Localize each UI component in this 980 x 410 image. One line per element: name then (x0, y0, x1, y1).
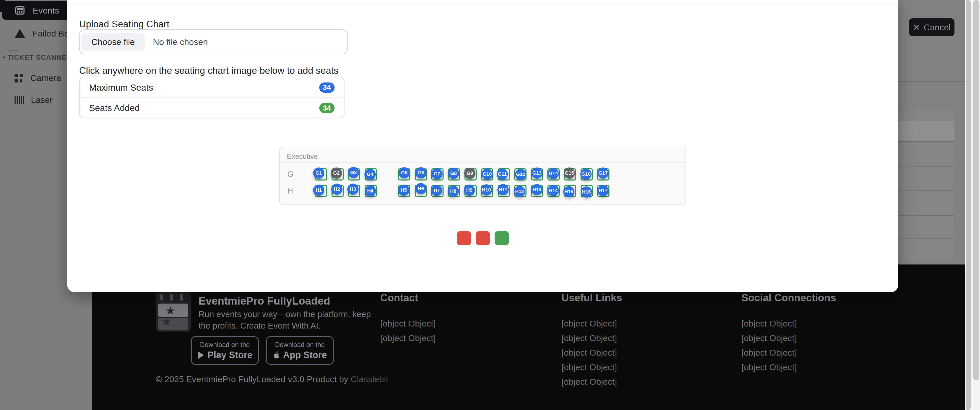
seat[interactable]: G12 (514, 168, 527, 180)
seat-marker[interactable]: H1 (313, 185, 325, 196)
seat-marker[interactable]: H17 (597, 185, 609, 196)
seat[interactable]: H7 (431, 185, 444, 197)
seat[interactable]: G7 (431, 168, 444, 180)
seat[interactable]: H16 (581, 185, 593, 197)
seat[interactable]: G5 (398, 168, 410, 180)
barcode-icon (14, 96, 24, 104)
seat-label: H11 (499, 187, 508, 193)
store-button[interactable]: Download on the App Store (266, 336, 334, 365)
seating-chart-file-input[interactable]: Choose file No file chosen (79, 29, 348, 54)
seat-marker[interactable]: H9 (464, 185, 475, 196)
seat-marker[interactable]: H4 (365, 185, 376, 196)
seat[interactable]: G1 (315, 168, 327, 180)
seat-label: H3 (350, 187, 356, 192)
seat-label: H13 (533, 187, 542, 193)
seat[interactable]: G10 (481, 168, 493, 180)
page-scrollbar[interactable] (972, 0, 980, 410)
seat-marker[interactable]: G11 (496, 169, 508, 180)
seat-marker[interactable]: G16 (580, 169, 592, 180)
page-scrollbar-thumb[interactable] (974, 0, 979, 380)
seat-marker[interactable]: G9 (464, 168, 476, 179)
seat[interactable]: G9 (465, 168, 477, 180)
seat[interactable]: G8 (448, 168, 460, 180)
seat[interactable]: G3 (348, 168, 360, 180)
seat-marker[interactable]: H10 (481, 184, 492, 196)
seat-marker[interactable]: H13 (531, 184, 542, 195)
action-button[interactable] (457, 231, 471, 245)
seat[interactable]: H11 (498, 185, 510, 197)
footer-link[interactable]: [object Object] (562, 348, 725, 357)
seat-marker[interactable]: H15 (563, 186, 574, 197)
seat-marker[interactable]: H6 (415, 183, 426, 194)
seat[interactable]: G11 (498, 168, 510, 180)
seat[interactable]: H3 (348, 185, 360, 197)
seat-label: G13 (532, 170, 542, 176)
seat-marker[interactable]: G3 (348, 167, 359, 178)
seat[interactable]: G4 (365, 168, 377, 180)
seat[interactable]: H6 (415, 185, 427, 197)
seat-marker[interactable]: G17 (597, 168, 609, 179)
footer-link[interactable]: [object Object] (741, 334, 905, 342)
seat-marker[interactable]: G13 (531, 168, 542, 179)
seat-marker[interactable]: H16 (581, 187, 592, 198)
seat[interactable]: H12 (514, 185, 527, 197)
footer-link[interactable]: [object Object] (562, 363, 725, 372)
footer-link[interactable]: [object Object] (562, 319, 725, 328)
seat[interactable]: G13 (531, 168, 543, 180)
seat-marker[interactable]: G15 (564, 168, 575, 179)
seat[interactable]: H13 (531, 185, 543, 197)
footer-link[interactable]: [object Object] (562, 378, 725, 386)
seat[interactable]: H2 (331, 185, 344, 197)
classiebit-link[interactable]: Classiebit (351, 374, 388, 384)
seat[interactable]: G15 (564, 168, 576, 180)
seat-marker[interactable]: H11 (497, 184, 509, 195)
seat-marker[interactable]: G2 (331, 168, 342, 179)
sidebar-item-laser[interactable]: Laser (14, 95, 52, 105)
seat[interactable]: H14 (547, 185, 560, 197)
seat-marker[interactable]: G7 (431, 168, 442, 179)
seat-marker[interactable]: H2 (331, 183, 342, 195)
sidebar-item-camera[interactable]: Camera (14, 73, 61, 83)
seat[interactable]: H9 (465, 185, 477, 197)
seat-marker[interactable]: G8 (448, 168, 459, 179)
seat[interactable]: H10 (481, 185, 493, 197)
seat-marker[interactable]: H8 (448, 186, 459, 197)
seat-marker[interactable]: G14 (548, 168, 559, 179)
footer-link[interactable]: [object Object] (380, 334, 544, 342)
seat[interactable]: G16 (581, 168, 593, 180)
modal-scrollbar[interactable] (965, 0, 972, 410)
action-button[interactable] (476, 231, 490, 245)
action-button[interactable] (495, 231, 509, 245)
seat-marker[interactable]: H12 (514, 186, 525, 197)
seat-marker[interactable]: G6 (415, 167, 426, 179)
seat-marker[interactable]: H14 (548, 185, 559, 196)
footer-link[interactable]: [object Object] (741, 348, 905, 357)
footer-link[interactable]: [object Object] (380, 319, 544, 328)
footer-link[interactable]: [object Object] (562, 334, 725, 342)
seat-marker[interactable]: G5 (399, 167, 410, 179)
cancel-button[interactable]: ✕ Cancel (909, 18, 955, 36)
store-button[interactable]: Download on the Play Store (191, 336, 259, 365)
choose-file-button[interactable]: Choose file (81, 33, 145, 51)
seat-marker[interactable]: G12 (515, 169, 526, 180)
seat-marker[interactable]: G4 (364, 169, 375, 180)
modal-scrollbar-thumb[interactable] (966, 0, 971, 410)
seat[interactable]: G14 (547, 168, 560, 180)
seat-marker[interactable]: G10 (482, 169, 493, 180)
footer-link[interactable]: [object Object] (741, 363, 905, 372)
seat[interactable]: G6 (415, 168, 427, 180)
seat[interactable]: H8 (448, 185, 460, 197)
seat[interactable]: H5 (398, 185, 410, 197)
seat-marker[interactable]: G1 (313, 168, 325, 179)
seat[interactable]: H1 (315, 185, 327, 197)
seat[interactable]: H4 (365, 185, 377, 197)
seat[interactable]: H15 (564, 185, 576, 197)
seat-marker[interactable]: H5 (398, 185, 409, 196)
seat[interactable]: G2 (331, 168, 344, 180)
seat[interactable]: H17 (597, 185, 609, 197)
seat-marker[interactable]: H7 (431, 185, 442, 196)
footer-link[interactable]: [object Object] (741, 319, 905, 328)
seat-marker[interactable]: H3 (347, 183, 359, 195)
seat[interactable]: G17 (597, 168, 609, 180)
seating-chart-canvas[interactable]: Executive G G1 G2 G3 (279, 147, 686, 205)
